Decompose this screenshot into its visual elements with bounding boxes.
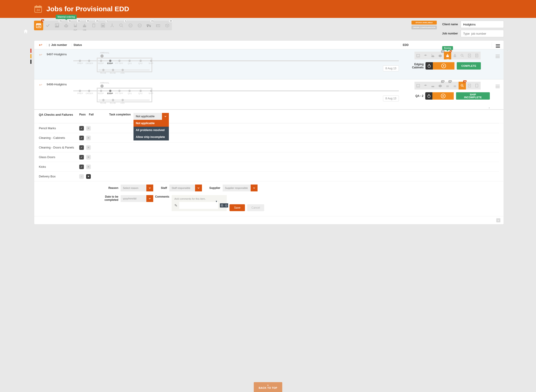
stage-icon-truck[interactable]: 24	[144, 21, 153, 30]
svg-rect-31	[446, 55, 449, 57]
edd-stage[interactable]: $	[466, 82, 473, 89]
client-name-input[interactable]	[461, 21, 504, 28]
qa-pass-checkbox[interactable]: ✓	[79, 145, 84, 150]
task-completion-label: Task completion	[106, 113, 133, 116]
stage-icon-oven[interactable]: 3	[98, 21, 108, 30]
edd-stage[interactable]	[429, 82, 436, 89]
svg-rect-11	[93, 24, 95, 27]
dropdown-option[interactable]: Allow ship incomplete	[133, 134, 169, 140]
table-menu-icon[interactable]	[496, 44, 500, 48]
comments-input[interactable]	[179, 202, 218, 209]
staff-dropdown[interactable]: Staff responsible	[169, 185, 202, 191]
row-arrow-icon[interactable]: ↩	[34, 79, 47, 109]
stage-icon-calendar[interactable]: 24 2	[34, 21, 43, 30]
column-job-number[interactable]: Job number	[51, 43, 67, 47]
stage-icon-material-ordering[interactable]: Material ordering 46	[62, 21, 71, 30]
status-flow-diagram: ARRIVAL PREP ORDER RDDP EDDP	[73, 52, 399, 77]
svg-text:24: 24	[417, 56, 419, 57]
job-number-input[interactable]	[461, 30, 504, 37]
svg-rect-1	[35, 6, 42, 8]
task-completion-dropdown[interactable]: Not applicable Not applicable All proble…	[133, 113, 169, 120]
stage-icon-cab[interactable]: CAB40	[80, 21, 89, 30]
edd-stage[interactable]	[422, 52, 429, 60]
save-button[interactable]: Save	[229, 204, 245, 211]
edd-stage-active[interactable]: Boxing CAB 6	[444, 52, 451, 60]
qa-pass-checkbox[interactable]: ✓	[79, 155, 84, 159]
save-icon[interactable]	[220, 203, 224, 207]
edd-stage[interactable]	[451, 82, 459, 89]
edd-stage[interactable]	[422, 82, 429, 89]
order-configuration-button[interactable]: ORDER CONFIGURATION	[412, 25, 437, 29]
cancel-icon[interactable]	[224, 203, 228, 207]
reason-dropdown[interactable]: Select reason	[121, 185, 153, 191]
stage-icon-qa2[interactable]: Q2	[126, 21, 135, 30]
edd-stage[interactable]: 10	[436, 52, 444, 60]
tooltip-material-ordering: Material ordering	[56, 15, 76, 19]
edd-stage[interactable]: 24	[414, 82, 422, 89]
qa-fail-checkbox[interactable]: ✕	[86, 136, 91, 140]
stage-icon-return[interactable]: $	[153, 21, 163, 30]
collapse-icon[interactable]: ▲	[488, 107, 490, 109]
qa-fail-checkbox[interactable]: ✕	[86, 174, 91, 179]
dropdown-option[interactable]: All problems resolved	[133, 127, 169, 134]
flow-date: 8 Aug 13	[383, 95, 399, 102]
edd-stage[interactable]: 24	[414, 52, 422, 60]
qa-pass-checkbox[interactable]: ✓	[79, 126, 84, 131]
qa-pass-checkbox[interactable]: ✓	[79, 136, 84, 140]
stage-icon-clipboard[interactable]: 10	[89, 21, 98, 30]
caret-down-icon[interactable]: ▼	[215, 200, 218, 203]
home-icon[interactable]	[23, 29, 28, 34]
dropdown-option[interactable]: Not applicable	[133, 120, 169, 127]
svg-rect-43	[454, 85, 456, 87]
stage-icon-box[interactable]: 33	[163, 21, 172, 30]
chevron-down-icon[interactable]	[251, 185, 257, 191]
edd-stage[interactable]	[459, 52, 466, 60]
row-menu-icon[interactable]	[496, 55, 500, 58]
cancel-button[interactable]: Cancel	[247, 204, 264, 211]
qa-fail-checkbox[interactable]: ✕	[86, 164, 91, 169]
stage-icon-cut[interactable]: DUP43	[71, 21, 80, 30]
edd-stage[interactable]	[473, 82, 481, 89]
timer-button[interactable]	[426, 62, 433, 70]
edd-stage[interactable]	[429, 52, 436, 60]
chevron-down-icon[interactable]	[195, 185, 202, 191]
stock-available-button[interactable]: STOCK AVAILABLE	[412, 21, 437, 24]
add-button[interactable]: +	[496, 218, 500, 222]
timer-button[interactable]	[425, 92, 433, 100]
qa-pass-checkbox[interactable]: ✓	[79, 164, 84, 169]
edd-stage[interactable]	[451, 52, 459, 60]
svg-text:Q: Q	[461, 85, 462, 86]
chevron-down-icon[interactable]	[162, 113, 169, 120]
stage-icon-image[interactable]: 15	[52, 21, 62, 30]
edd-stage[interactable]	[473, 52, 481, 60]
svg-point-16	[102, 24, 103, 24]
qa-pass-checkbox[interactable]: ✓	[79, 174, 84, 179]
stage-icon-check[interactable]	[43, 21, 52, 30]
svg-point-50	[441, 94, 445, 98]
chevron-down-icon[interactable]	[146, 195, 153, 202]
edd-stage[interactable]: 10	[436, 82, 444, 89]
back-arrow-icon[interactable]: ↩	[39, 43, 42, 47]
complete-button[interactable]: COMPLETE	[457, 62, 481, 70]
reason-label: Reason	[100, 186, 121, 190]
play-button[interactable]	[433, 62, 455, 70]
pause-button[interactable]	[432, 92, 454, 100]
edd-stage[interactable]: 24	[444, 82, 451, 89]
edd-stage[interactable]: $	[466, 52, 473, 60]
chevron-down-icon[interactable]	[146, 185, 153, 191]
stage-icon-qa1[interactable]: Q1	[135, 21, 144, 30]
qa-fail-checkbox[interactable]: ✕	[86, 145, 91, 150]
qa-fail-checkbox[interactable]: ✕	[86, 155, 91, 159]
ship-incomplete-button[interactable]: SHIP INCOMPLETE	[456, 92, 490, 100]
stage-icon-tools[interactable]	[108, 21, 117, 30]
sort-icon[interactable]: ▴▾	[49, 43, 50, 47]
date-dropdown[interactable]: yyyy/mm/dd	[121, 195, 153, 202]
supplier-dropdown[interactable]: Supplier responsible	[223, 185, 257, 191]
row-arrow-icon[interactable]: ↩	[34, 49, 47, 79]
svg-text:Q2: Q2	[129, 24, 132, 27]
left-color-tabs	[30, 21, 32, 64]
row-menu-icon[interactable]	[496, 85, 500, 88]
qa-fail-checkbox[interactable]: ✕	[86, 126, 91, 131]
stage-icon-search[interactable]: 2	[117, 21, 126, 30]
edd-stage-active[interactable]: Q10	[459, 82, 466, 89]
